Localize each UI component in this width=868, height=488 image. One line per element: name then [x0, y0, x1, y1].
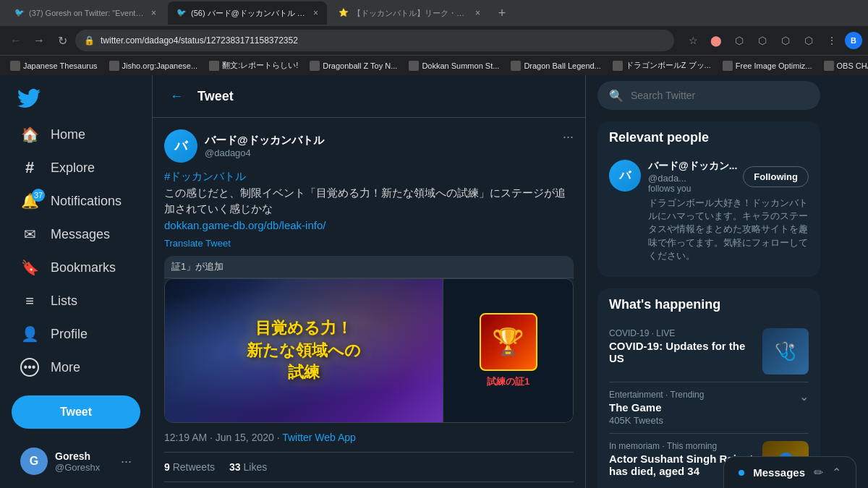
extension-1-button[interactable]: ⬡	[729, 30, 749, 51]
tweet-hashtag[interactable]: #ドッカンバトル	[164, 170, 246, 182]
tweet-image-inner: 目覚める力！新たな領域への試練 🏆 試練の証1	[164, 278, 574, 423]
like-stat: 33 Likes	[229, 461, 267, 473]
tab-favicon-3: ⭐	[339, 8, 349, 18]
bookmark-icon-7	[613, 61, 623, 71]
following-button[interactable]: Following	[743, 166, 809, 187]
bookmark-icon-8	[723, 61, 733, 71]
bookmark-label-7: ドラゴンボールZ ブッ...	[626, 60, 711, 71]
reload-button[interactable]: ↻	[52, 30, 72, 51]
messages-bar[interactable]: Messages ✏ ⌃	[723, 456, 856, 488]
sidebar-user-avatar: G	[20, 448, 48, 475]
sidebar-label-home: Home	[51, 127, 85, 142]
back-browser-button[interactable]: ←	[6, 30, 26, 51]
messages-icon: ✉	[20, 225, 39, 244]
trending-row-the-game: Entertainment · Trending The Game 405K T…	[609, 390, 809, 426]
more-browser-button[interactable]: ⋮	[822, 30, 842, 51]
bookmark-label-4: Dragonball Z Toy N...	[323, 61, 397, 70]
browser-chrome: 🐦 (37) Goresh on Twitter: "Event d... × …	[0, 0, 868, 75]
expand-messages-icon[interactable]: ⌃	[832, 466, 841, 479]
translate-tweet-link[interactable]: Translate Tweet	[164, 238, 574, 249]
lists-icon: ≡	[20, 291, 39, 310]
tweet-content: #ドッカンバトル この感じだと、制限イベント「目覚める力！新たな領域への試練」に…	[164, 168, 574, 234]
trending-category-the-game: Entertainment · Trending	[609, 390, 704, 400]
bookmark-dbz[interactable]: ドラゴンボールZ ブッ...	[608, 59, 715, 72]
trending-chevron-the-game[interactable]: ⌄	[799, 390, 809, 403]
bookmark-star-button[interactable]: ☆	[683, 30, 703, 51]
relevant-person: バ バード@ドッカン... @dada... follows you Follo…	[609, 154, 809, 268]
sidebar-item-messages[interactable]: ✉ Messages	[12, 218, 140, 251]
bookmark-label-6: Dragon Ball Legend...	[524, 61, 600, 70]
sidebar-item-explore[interactable]: # Explore	[12, 151, 140, 184]
compose-message-icon[interactable]: ✏	[814, 466, 823, 479]
bookmark-dbl[interactable]: Dragon Ball Legend...	[506, 59, 605, 72]
search-box[interactable]: 🔍	[597, 81, 820, 110]
bookmark-icon-4	[310, 61, 320, 71]
sidebar: 🏠 Home # Explore 🔔 37 Notifications ✉ Me…	[0, 75, 152, 488]
tab-close-1[interactable]: ×	[151, 8, 156, 18]
rp-handle: @dada...	[648, 173, 737, 184]
sidebar-item-home[interactable]: 🏠 Home	[12, 118, 140, 151]
trending-count-the-game: 405K Tweets	[609, 415, 704, 426]
address-bar[interactable]: 🔒 twitter.com/dadago4/status/12723831711…	[75, 30, 674, 51]
tweet-text: この感じだと、制限イベント「目覚める力！新たな領域への試練」にステージが追加され…	[164, 187, 566, 215]
bookmark-icon-9	[824, 61, 834, 71]
bookmark-honyaku[interactable]: 翻文:レポートらしい!	[205, 59, 302, 72]
tweet-user-info: バ バード@ドッカンバトル @dadago4	[164, 129, 324, 163]
bookmark-jisho[interactable]: Jisho.org:Japanese...	[105, 59, 203, 72]
extension-4-button[interactable]: ⬡	[799, 30, 819, 51]
bookmark-japanese-thesaurus[interactable]: Japanese Thesaurus	[6, 59, 102, 72]
tweet-stats: 9 Retweets 33 Likes	[164, 452, 574, 482]
extension-2-button[interactable]: ⬡	[752, 30, 773, 51]
more-icon: •••	[20, 358, 39, 377]
bookmark-obs[interactable]: OBS CHAT	[820, 59, 868, 72]
sidebar-item-bookmarks[interactable]: 🔖 Bookmarks	[12, 251, 140, 284]
tweet-menu-button[interactable]: ···	[563, 129, 574, 145]
bookmark-label-3: 翻文:レポートらしい!	[222, 60, 298, 71]
new-tab-button[interactable]: +	[492, 3, 512, 23]
tab-title-1: (37) Goresh on Twitter: "Event d...	[29, 9, 144, 17]
profile-icon: 👤	[20, 325, 39, 343]
browser-tabs: 🐦 (37) Goresh on Twitter: "Event d... × …	[0, 0, 868, 26]
search-input[interactable]	[631, 90, 809, 101]
sidebar-item-profile[interactable]: 👤 Profile	[12, 317, 140, 351]
twitter-logo[interactable]	[12, 81, 140, 115]
bookmark-freeimage[interactable]: Free Image Optimiz...	[718, 59, 817, 72]
back-button[interactable]: ←	[164, 84, 189, 108]
sidebar-item-notifications[interactable]: 🔔 37 Notifications	[12, 184, 140, 218]
tweet-link[interactable]: dokkan.game-db.org/db/leak-info/	[164, 219, 326, 231]
bookmark-label-2: Jisho.org:Japanese...	[122, 61, 198, 70]
bookmark-dbz-toy[interactable]: Dragonball Z Toy N...	[305, 59, 401, 72]
tweet-img-left: 目覚める力！新たな領域への試練	[165, 279, 443, 422]
tab-favicon-2: 🐦	[176, 8, 187, 18]
tab-close-2[interactable]: ×	[313, 8, 318, 18]
tweet-card: バ バード@ドッカンバトル @dadago4 ··· #ドッカンバトル この感じ…	[153, 118, 585, 488]
tweet-via-link[interactable]: Twitter Web App	[282, 432, 356, 443]
sidebar-user[interactable]: G Goresh @Goreshx ···	[12, 440, 140, 482]
home-icon: 🏠	[20, 125, 39, 144]
trending-name-the-game: The Game	[609, 401, 704, 414]
twitter-bird-icon	[17, 87, 41, 110]
bookmark-dokkan[interactable]: Dokkan Summon St...	[404, 59, 503, 72]
tweet-img-right: 🏆 試練の証1	[443, 279, 573, 422]
trending-item-the-game[interactable]: Entertainment · Trending The Game 405K T…	[609, 382, 809, 434]
browser-tab-1[interactable]: 🐦 (37) Goresh on Twitter: "Event d... ×	[6, 1, 165, 25]
explore-icon: #	[20, 158, 39, 177]
tweet-button[interactable]: Tweet	[12, 395, 140, 429]
like-count: 33	[229, 461, 241, 473]
user-more-icon: ···	[121, 454, 132, 469]
extension-3-button[interactable]: ⬡	[775, 30, 796, 51]
trending-name-covid: COVID-19: Updates for the US	[609, 340, 762, 364]
bookmarks-bar: Japanese Thesaurus Jisho.org:Japanese...…	[0, 55, 868, 75]
bookmark-icon-1	[10, 61, 20, 71]
extensions-button[interactable]: ⬤	[706, 30, 726, 51]
sidebar-item-more[interactable]: ••• More	[12, 351, 140, 384]
profile-avatar-button[interactable]: B	[845, 32, 862, 49]
trending-item-covid[interactable]: COVID-19 · LIVE COVID-19: Updates for th…	[609, 321, 809, 382]
rp-name: バード@ドッカン...	[648, 160, 737, 173]
forward-browser-button[interactable]: →	[29, 30, 49, 51]
browser-tab-2[interactable]: 🐦 (56) バード@ドッカンバトル on Tw... ×	[168, 1, 327, 25]
relevant-people-title: Relevant people	[609, 130, 809, 145]
sidebar-item-lists[interactable]: ≡ Lists	[12, 284, 140, 317]
tab-close-3[interactable]: ×	[475, 8, 480, 18]
browser-tab-3[interactable]: ⭐ 【ドッカンバトル】リーク・装備情報まと... ×	[330, 1, 489, 25]
